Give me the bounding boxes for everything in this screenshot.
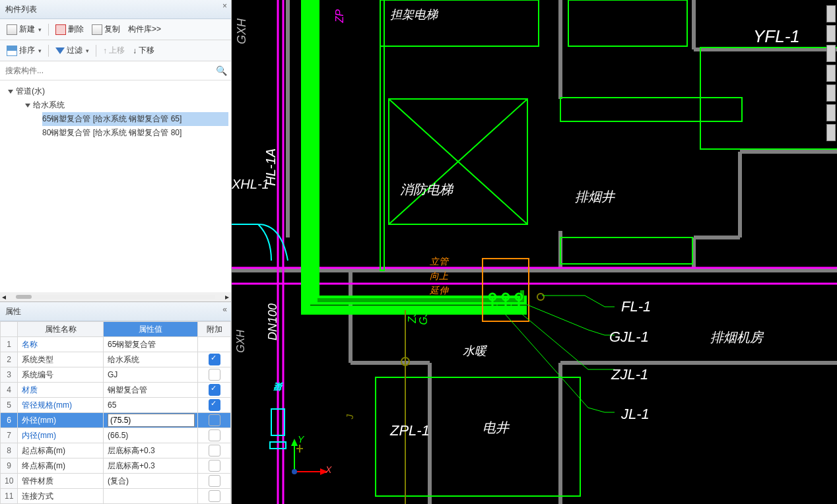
checkbox[interactable] <box>209 354 220 365</box>
prop-row[interactable]: 6外径(mm) <box>1 413 231 428</box>
prop-row[interactable]: 4材质钢塑复合管 <box>1 383 231 398</box>
prop-value[interactable]: GJ <box>104 367 198 383</box>
tool-btn[interactable] <box>826 45 836 62</box>
checkbox[interactable] <box>209 475 220 487</box>
prop-row[interactable]: 5管径规格(mm)65 <box>1 398 231 413</box>
checkbox[interactable] <box>209 414 220 426</box>
move-up-button[interactable]: ↑上移 <box>100 44 127 57</box>
prop-name: 内径(mm) <box>18 428 104 443</box>
prop-value[interactable]: 给水系统 <box>104 352 198 367</box>
funnel-icon <box>55 47 65 54</box>
filter-button[interactable]: 过滤 <box>53 44 92 57</box>
prop-extra[interactable] <box>198 398 231 413</box>
prop-name: 系统类型 <box>18 352 104 367</box>
value-input[interactable] <box>108 414 195 427</box>
prop-row[interactable]: 11连接方式 <box>1 489 231 504</box>
prop-value[interactable]: (66.5) <box>104 428 198 443</box>
library-button[interactable]: 构件库>> <box>125 22 164 36</box>
arrow-down-icon: ↓ <box>133 46 137 55</box>
svg-rect-3 <box>560 98 742 121</box>
close-icon[interactable]: × <box>222 1 227 11</box>
prop-extra[interactable] <box>198 428 231 443</box>
prop-extra[interactable] <box>198 458 231 474</box>
header-blank <box>1 322 18 337</box>
search-icon[interactable]: 🔍 <box>216 65 227 76</box>
tree-item-65[interactable]: 65钢塑复合管 [给水系统 钢塑复合管 65] <box>42 112 228 126</box>
tool-btn[interactable] <box>826 65 836 82</box>
prop-row[interactable]: 2系统类型给水系统 <box>1 352 231 367</box>
checkbox[interactable] <box>209 445 220 457</box>
prop-value[interactable]: 钢塑复合管 <box>104 383 198 398</box>
row-num: 7 <box>1 428 18 443</box>
prop-extra[interactable] <box>198 367 231 383</box>
checkbox[interactable] <box>209 460 220 472</box>
prop-name: 终点标高(m) <box>18 458 104 474</box>
copy-button[interactable]: 复制 <box>89 22 123 36</box>
tool-btn[interactable] <box>826 5 836 22</box>
header-value[interactable]: 属性值 <box>104 322 198 337</box>
cad-viewport[interactable]: GXH HL-1A XHL-1 ZP DN100 GXH 担架电梯 YFL-1 … <box>232 0 837 504</box>
prop-name: 起点标高(m) <box>18 443 104 458</box>
tool-btn[interactable] <box>826 25 836 42</box>
delete-button[interactable]: 删除 <box>53 22 86 36</box>
properties-header: 属性 « <box>0 302 231 321</box>
tree-root[interactable]: 管道(水) <box>8 84 228 98</box>
checkbox[interactable] <box>209 369 220 381</box>
header-extra[interactable]: 附加 <box>198 322 231 337</box>
checkbox[interactable] <box>209 384 220 396</box>
prop-value[interactable]: 层底标高+0.3 <box>104 458 198 474</box>
prop-row[interactable]: 3系统编号GJ <box>1 367 231 383</box>
prop-row[interactable]: 8起点标高(m)层底标高+0.3 <box>1 443 231 458</box>
legend-gjl: GJL-1 <box>609 329 649 346</box>
tool-btn[interactable] <box>826 124 836 141</box>
header-name[interactable]: 属性名称 <box>18 322 104 337</box>
new-button[interactable]: 新建 <box>4 22 44 36</box>
chevron-icon[interactable]: « <box>222 305 227 314</box>
prop-row[interactable]: 7内径(mm)(66.5) <box>1 428 231 443</box>
prop-name: 外径(mm) <box>18 413 104 428</box>
tool-btn[interactable] <box>826 104 836 121</box>
label-paiyan: 排烟井 <box>575 188 615 206</box>
tree-branch[interactable]: 给水系统 <box>25 98 228 112</box>
prop-name: 名称 <box>18 337 104 352</box>
row-num: 11 <box>1 489 18 504</box>
row-num: 6 <box>1 413 18 428</box>
move-down-button[interactable]: ↓下移 <box>130 44 157 57</box>
checkbox[interactable] <box>209 490 220 502</box>
prop-value[interactable]: 65钢塑复合管 <box>104 337 198 352</box>
component-tree[interactable]: 管道(水) 给水系统 65钢塑复合管 [给水系统 钢塑复合管 65] 80钢塑复… <box>0 80 231 292</box>
prop-row[interactable]: 1名称65钢塑复合管 <box>1 337 231 352</box>
page-icon <box>7 24 17 35</box>
prop-row[interactable]: 10管件材质(复合) <box>1 474 231 489</box>
toolbar-sort: 排序 过滤 ↑上移 ↓下移 <box>0 40 231 61</box>
checkbox[interactable] <box>209 429 220 441</box>
prop-row[interactable]: 9终点标高(m)层底标高+0.3 <box>1 458 231 474</box>
checkbox[interactable] <box>209 399 220 411</box>
label-pump: 排烟机房 <box>710 329 763 346</box>
sort-button[interactable]: 排序 <box>4 44 44 57</box>
prop-extra[interactable] <box>198 443 231 458</box>
h-scrollbar[interactable]: ◂▸ <box>0 292 231 301</box>
component-list-header: 构件列表 × <box>0 0 231 19</box>
riser-l1: 立管 <box>430 256 448 268</box>
arrow-up-icon: ↑ <box>103 46 107 55</box>
search-input[interactable] <box>4 63 216 78</box>
row-num: 1 <box>1 337 18 352</box>
prop-extra[interactable] <box>198 383 231 398</box>
prop-value[interactable]: (复合) <box>104 474 198 489</box>
prop-extra[interactable] <box>198 352 231 367</box>
prop-value[interactable]: 层底标高+0.3 <box>104 443 198 458</box>
prop-value[interactable]: 65 <box>104 398 198 413</box>
prop-value[interactable] <box>104 413 198 428</box>
svg-point-20 <box>292 469 297 474</box>
label-zj: ZJ <box>407 311 418 323</box>
prop-value[interactable] <box>104 489 198 504</box>
label-gxh: GXH <box>235 18 249 44</box>
prop-extra[interactable] <box>198 474 231 489</box>
tool-btn[interactable] <box>826 84 836 102</box>
tree-item-80[interactable]: 80钢塑复合管 [给水系统 钢塑复合管 80] <box>42 126 228 140</box>
prop-extra[interactable] <box>198 413 231 428</box>
label-stretcher: 担架电梯 <box>390 7 438 22</box>
prop-extra[interactable] <box>198 489 231 504</box>
prop-extra[interactable] <box>198 337 231 352</box>
